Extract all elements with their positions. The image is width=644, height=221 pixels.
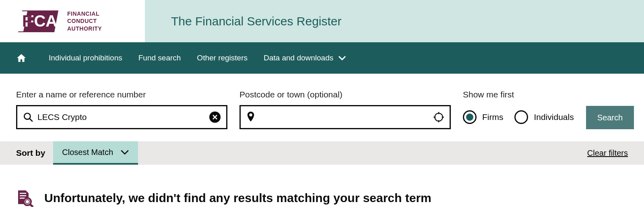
- sort-label: Sort by: [16, 148, 45, 158]
- no-results-icon: [16, 189, 34, 207]
- close-icon: [213, 115, 217, 120]
- sort-selected: Closest Match: [62, 148, 113, 157]
- search-name-input[interactable]: [33, 112, 209, 122]
- clear-filters-link[interactable]: Clear filters: [587, 149, 628, 158]
- results-section: Unfortunately, we didn't find any result…: [0, 165, 644, 219]
- fca-logo[interactable]: FCA F FINANCIAL CONDUCT AUTHORITY: [16, 7, 102, 35]
- search-postcode-group: Postcode or town (optional): [239, 90, 451, 129]
- show-first-label: Show me first: [463, 90, 574, 99]
- search-button[interactable]: Search: [586, 106, 634, 129]
- radio-circle-icon: [514, 110, 528, 124]
- search-section: Enter a name or reference number Postcod…: [0, 74, 644, 141]
- radio-label: Individuals: [534, 112, 574, 122]
- search-icon: [23, 112, 33, 122]
- search-name-group: Enter a name or reference number: [16, 90, 227, 129]
- nav-item-label: Other registers: [197, 54, 248, 62]
- svg-rect-17: [20, 195, 26, 196]
- svg-line-22: [30, 204, 33, 207]
- show-first-radio-group: Firms Individuals: [463, 105, 574, 129]
- nav-fund-search[interactable]: Fund search: [138, 54, 181, 62]
- home-icon: [16, 53, 27, 63]
- nav-item-label: Data and downloads: [264, 54, 333, 62]
- nav-individual-prohibitions[interactable]: Individual prohibitions: [49, 54, 122, 62]
- search-name-label: Enter a name or reference number: [16, 90, 227, 99]
- show-first-group: Show me first Firms Individuals: [463, 90, 574, 129]
- search-name-input-wrapper: [16, 105, 227, 129]
- header: FCA F FINANCIAL CONDUCT AUTHORITY The Fi…: [0, 0, 644, 42]
- svg-point-9: [435, 113, 443, 121]
- nav-other-registers[interactable]: Other registers: [197, 54, 248, 62]
- nav-home[interactable]: [16, 53, 27, 63]
- clear-search-button[interactable]: [209, 112, 221, 123]
- fca-logo-text: FINANCIAL CONDUCT AUTHORITY: [67, 10, 102, 32]
- radio-circle-icon: [463, 110, 477, 124]
- search-postcode-input-wrapper: [239, 105, 451, 129]
- crosshair-icon[interactable]: [433, 112, 444, 122]
- radio-label: Firms: [482, 112, 503, 122]
- svg-point-5: [24, 113, 30, 119]
- svg-text:F: F: [22, 12, 32, 30]
- svg-rect-16: [20, 193, 26, 194]
- radio-firms[interactable]: Firms: [463, 110, 503, 124]
- search-postcode-label: Postcode or town (optional): [239, 90, 451, 99]
- page-title: The Financial Services Register: [171, 14, 342, 28]
- svg-line-6: [29, 118, 33, 122]
- sort-dropdown[interactable]: Closest Match: [53, 141, 138, 165]
- nav-item-label: Fund search: [138, 54, 181, 62]
- title-section: The Financial Services Register: [145, 0, 644, 42]
- sort-left: Sort by Closest Match: [16, 141, 138, 165]
- radio-individuals[interactable]: Individuals: [514, 110, 574, 124]
- chevron-down-icon: [120, 149, 129, 155]
- nav-data-downloads[interactable]: Data and downloads: [264, 54, 346, 62]
- main-nav: Individual prohibitions Fund search Othe…: [0, 42, 644, 74]
- sort-bar: Sort by Closest Match Clear filters: [0, 141, 644, 165]
- fca-logo-mark: FCA F: [16, 7, 62, 35]
- search-postcode-input[interactable]: [255, 112, 433, 122]
- chevron-down-icon: [338, 56, 346, 60]
- logo-section: FCA F FINANCIAL CONDUCT AUTHORITY: [0, 0, 145, 42]
- no-results-message: Unfortunately, we didn't find any result…: [44, 191, 431, 205]
- map-pin-icon: [246, 112, 255, 123]
- nav-item-label: Individual prohibitions: [49, 54, 122, 62]
